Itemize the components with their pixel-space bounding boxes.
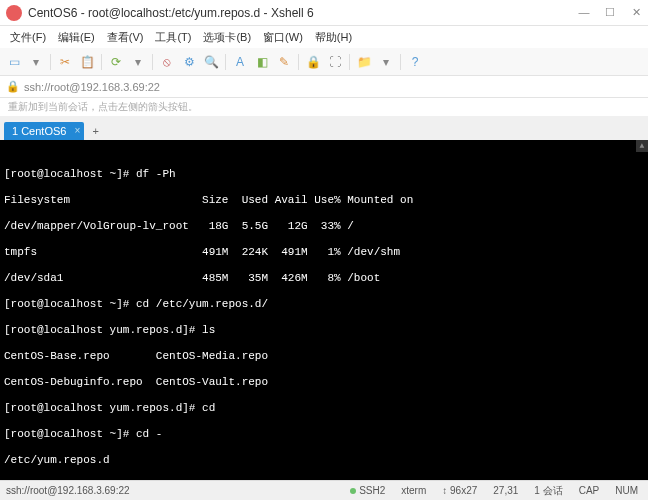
address-text[interactable]: ssh://root@192.168.3.69:22 bbox=[24, 81, 160, 93]
menu-edit[interactable]: 编辑(E) bbox=[52, 28, 101, 47]
separator bbox=[400, 54, 401, 70]
app-icon bbox=[6, 5, 22, 21]
separator bbox=[298, 54, 299, 70]
window-controls: — ☐ ✕ bbox=[578, 6, 642, 19]
tab-add-button[interactable]: + bbox=[84, 122, 106, 140]
status-ssh: SSH2 bbox=[346, 485, 389, 496]
dropdown-icon[interactable]: ▾ bbox=[26, 52, 46, 72]
menu-file[interactable]: 文件(F) bbox=[4, 28, 52, 47]
status-term: xterm bbox=[397, 485, 430, 496]
separator bbox=[349, 54, 350, 70]
maximize-button[interactable]: ☐ bbox=[604, 6, 616, 19]
terminal-line: [root@localhost yum.repos.d]# cd bbox=[4, 402, 644, 415]
statusbar: ssh://root@192.168.3.69:22 SSH2 xterm ↕ … bbox=[0, 480, 648, 500]
new-session-icon[interactable]: ▭ bbox=[4, 52, 24, 72]
tab-centos6[interactable]: 1 CentOS6 × bbox=[4, 122, 84, 140]
terminal-line: [root@localhost ~]# cd - bbox=[4, 428, 644, 441]
terminal-line: Filesystem Size Used Avail Use% Mounted … bbox=[4, 194, 644, 207]
menu-help[interactable]: 帮助(H) bbox=[309, 28, 358, 47]
terminal-line: /dev/sda1 485M 35M 426M 8% /boot bbox=[4, 272, 644, 285]
terminal-line: CentOS-Debuginfo.repo CentOS-Vault.repo bbox=[4, 376, 644, 389]
terminal-line: [root@localhost yum.repos.d]# ls bbox=[4, 324, 644, 337]
menu-tabs[interactable]: 选项卡(B) bbox=[197, 28, 257, 47]
menubar: 文件(F) 编辑(E) 查看(V) 工具(T) 选项卡(B) 窗口(W) 帮助(… bbox=[0, 26, 648, 48]
fullscreen-icon[interactable]: ⛶ bbox=[325, 52, 345, 72]
lock-icon[interactable]: 🔒 bbox=[303, 52, 323, 72]
font-icon[interactable]: A bbox=[230, 52, 250, 72]
separator bbox=[101, 54, 102, 70]
terminal[interactable]: ▲ [root@localhost ~]# df -Ph Filesystem … bbox=[0, 140, 648, 480]
addressbar: 🔒 ssh://root@192.168.3.69:22 bbox=[0, 76, 648, 98]
menu-window[interactable]: 窗口(W) bbox=[257, 28, 309, 47]
toolbar: ▭ ▾ ✂ 📋 ⟳ ▾ ⦸ ⚙ 🔍 A ◧ ✎ 🔒 ⛶ 📁 ▾ ? bbox=[0, 48, 648, 76]
window-title: CentOS6 - root@localhost:/etc/yum.repos.… bbox=[28, 6, 578, 20]
status-connection: ssh://root@192.168.3.69:22 bbox=[6, 485, 346, 496]
status-size: ↕ 96x27 bbox=[438, 485, 481, 496]
copy-icon[interactable]: ✂ bbox=[55, 52, 75, 72]
titlebar: CentOS6 - root@localhost:/etc/yum.repos.… bbox=[0, 0, 648, 26]
reconnect-icon[interactable]: ⟳ bbox=[106, 52, 126, 72]
minimize-button[interactable]: — bbox=[578, 6, 590, 19]
status-num: NUM bbox=[611, 485, 642, 496]
separator bbox=[225, 54, 226, 70]
properties-icon[interactable]: ⚙ bbox=[179, 52, 199, 72]
hint-bar: 重新加到当前会话，点击左侧的箭头按钮。 bbox=[0, 98, 648, 116]
paste-icon[interactable]: 📋 bbox=[77, 52, 97, 72]
dropdown-icon[interactable]: ▾ bbox=[128, 52, 148, 72]
separator bbox=[50, 54, 51, 70]
tab-close-icon[interactable]: × bbox=[75, 125, 81, 136]
terminal-line: /dev/mapper/VolGroup-lv_root 18G 5.5G 12… bbox=[4, 220, 644, 233]
hint-text: 重新加到当前会话，点击左侧的箭头按钮。 bbox=[8, 101, 198, 112]
tabbar: 1 CentOS6 × + bbox=[0, 116, 648, 140]
menu-view[interactable]: 查看(V) bbox=[101, 28, 150, 47]
menu-tools[interactable]: 工具(T) bbox=[149, 28, 197, 47]
status-pos: 27,31 bbox=[489, 485, 522, 496]
terminal-line: [root@localhost ~]# cd /etc/yum.repos.d/ bbox=[4, 298, 644, 311]
search-icon[interactable]: 🔍 bbox=[201, 52, 221, 72]
ssl-lock-icon: 🔒 bbox=[6, 80, 20, 93]
close-button[interactable]: ✕ bbox=[630, 6, 642, 19]
help-icon[interactable]: ? bbox=[405, 52, 425, 72]
led-icon bbox=[350, 488, 356, 494]
separator bbox=[152, 54, 153, 70]
tab-label: 1 CentOS6 bbox=[12, 125, 66, 137]
folder-icon[interactable]: 📁 bbox=[354, 52, 374, 72]
terminal-line: /etc/yum.repos.d bbox=[4, 454, 644, 467]
status-sessions: 1 会话 bbox=[530, 484, 566, 498]
dropdown-icon[interactable]: ▾ bbox=[376, 52, 396, 72]
disconnect-icon[interactable]: ⦸ bbox=[157, 52, 177, 72]
terminal-line: [root@localhost ~]# df -Ph bbox=[4, 168, 644, 181]
color-icon[interactable]: ◧ bbox=[252, 52, 272, 72]
highlight-icon[interactable]: ✎ bbox=[274, 52, 294, 72]
terminal-line: tmpfs 491M 224K 491M 1% /dev/shm bbox=[4, 246, 644, 259]
terminal-line: CentOS-Base.repo CentOS-Media.repo bbox=[4, 350, 644, 363]
scroll-up-icon[interactable]: ▲ bbox=[636, 140, 648, 152]
status-cap: CAP bbox=[575, 485, 604, 496]
